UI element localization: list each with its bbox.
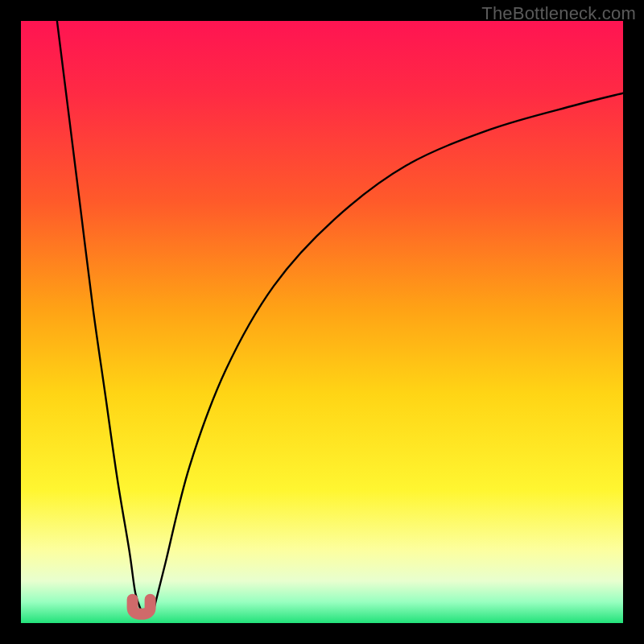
curve-left-branch bbox=[57, 21, 142, 611]
optimal-marker bbox=[133, 600, 151, 614]
bottleneck-curve bbox=[21, 21, 623, 623]
chart-frame: TheBottleneck.com bbox=[0, 0, 644, 644]
watermark-label: TheBottleneck.com bbox=[481, 3, 636, 24]
curve-right-branch bbox=[154, 93, 623, 611]
plot-area bbox=[21, 21, 623, 623]
